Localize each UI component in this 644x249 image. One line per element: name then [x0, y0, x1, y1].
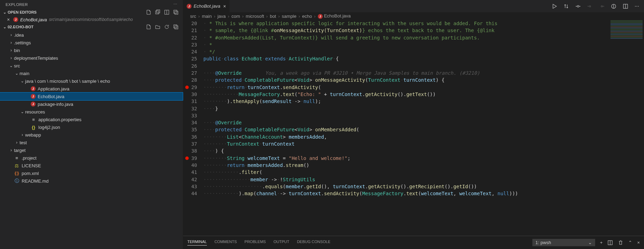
run-icon[interactable] [552, 3, 557, 9]
close-panel-icon[interactable]: × [637, 240, 640, 245]
java-icon: J [187, 4, 192, 9]
new-file-icon[interactable] [146, 24, 151, 30]
tree-item-label: application.properties [38, 117, 82, 122]
chevron-icon: ⌄ [14, 71, 20, 76]
json-icon: {} [31, 124, 36, 130]
new-file-icon[interactable] [146, 9, 151, 15]
breadcrumb-segment[interactable]: echo [302, 14, 312, 19]
chevron-icon: › [20, 132, 25, 137]
prev-change-icon[interactable] [587, 3, 593, 9]
line-gutter[interactable]: 2021222324252627282930313233343536373839… [183, 20, 203, 236]
explorer-more-icon[interactable]: ⋯ [173, 2, 178, 7]
breadcrumb-segment[interactable]: java [217, 14, 226, 19]
breakpoint-icon[interactable] [185, 86, 189, 89]
maximize-panel-icon[interactable]: ⌃ [628, 240, 632, 245]
trash-icon[interactable] [618, 240, 623, 246]
open-editors-header[interactable]: ⌄ OPEN EDITORS [0, 9, 183, 16]
panel-tab-comments[interactable]: COMMENTS [215, 240, 237, 246]
java-icon: J [318, 14, 323, 19]
tab-label: EchoBot.java [194, 3, 220, 9]
chevron-icon: › [8, 48, 14, 53]
minimap[interactable] [609, 20, 644, 72]
tree-file[interactable]: JApplication.java [0, 85, 183, 93]
properties-icon: ≡ [14, 155, 20, 161]
breadcrumb-segment[interactable]: bot [270, 14, 276, 19]
tree-item-label: test [20, 140, 27, 145]
tree-file[interactable]: ⚖LICENSE [0, 162, 183, 169]
close-icon[interactable]: × [7, 17, 13, 22]
breadcrumb-segment[interactable]: main [202, 14, 212, 19]
breadcrumb-segment[interactable]: sample [282, 14, 297, 19]
tree-folder[interactable]: ›deploymentTemplates [0, 54, 183, 62]
properties-icon: ≡ [31, 117, 36, 122]
tree-item-label: log4j2.json [38, 125, 60, 130]
tab-echobot[interactable]: J EchoBot.java × [183, 0, 230, 12]
breadcrumb-segment[interactable]: com [231, 14, 240, 19]
explorer-title: EXPLORER [6, 2, 28, 7]
next-change-icon[interactable] [599, 3, 605, 9]
close-all-icon[interactable] [173, 9, 179, 15]
split-editor-icon[interactable] [623, 3, 628, 9]
breadcrumb-segment[interactable]: microsoft [246, 14, 264, 19]
svg-rect-6 [174, 25, 177, 28]
code-content[interactable]: · * This is where application specific l… [203, 20, 644, 236]
svg-point-8 [577, 5, 579, 7]
tree-folder[interactable]: ⌄main [0, 69, 183, 77]
tree-file[interactable]: JEchoBot.java [0, 93, 183, 100]
open-editor-item[interactable]: × J EchoBot.java src\main\java\com\micro… [0, 16, 183, 23]
breadcrumb-segment[interactable]: JEchoBot.java [318, 13, 351, 19]
chevron-right-icon: › [278, 14, 279, 19]
chevron-icon: ⌄ [20, 109, 25, 114]
svg-point-11 [589, 6, 591, 7]
tree-folder[interactable]: ⌄src [0, 62, 183, 69]
breadcrumb[interactable]: src›main›java›com›microsoft›bot›sample›e… [183, 12, 644, 20]
tree-item-label: src [14, 63, 20, 68]
tree-item-label: target [14, 148, 25, 153]
git-commit-icon[interactable] [575, 3, 581, 9]
collapse-all-icon[interactable] [173, 24, 179, 30]
more-actions-icon[interactable]: ⋯ [635, 3, 639, 9]
new-terminal-icon[interactable]: + [600, 240, 603, 245]
panel-tab-problems[interactable]: PROBLEMS [245, 240, 266, 246]
diff-icon[interactable] [611, 3, 616, 9]
tree-folder[interactable]: ›bin [0, 46, 183, 54]
close-icon[interactable]: × [223, 3, 226, 9]
license-icon: ⚖ [14, 163, 20, 168]
new-folder-icon[interactable] [155, 24, 160, 30]
workspace-header[interactable]: ⌄ 02.ECHO-BOT [0, 23, 183, 30]
tree-folder[interactable]: ›.idea [0, 31, 183, 39]
tree-file[interactable]: ⟪⟫pom.xml [0, 169, 183, 177]
split-terminal-icon[interactable] [607, 240, 613, 246]
tree-item-label: pom.xml [22, 171, 39, 176]
tree-item-label: LICENSE [22, 163, 41, 168]
terminal-select[interactable]: 1: pwsh ⌄ [532, 239, 595, 246]
chevron-right-icon: › [299, 14, 300, 19]
tree-folder[interactable]: ›webapp [0, 131, 183, 139]
tree-folder[interactable]: ›target [0, 146, 183, 154]
breakpoint-icon[interactable] [185, 156, 189, 160]
toggle-layout-icon[interactable] [164, 9, 170, 15]
panel-tab-debug-console[interactable]: DEBUG CONSOLE [297, 240, 330, 246]
tree-item-label: .project [22, 155, 37, 161]
chevron-right-icon: › [266, 14, 268, 19]
tab-bar: J EchoBot.java × ⋯ [183, 0, 644, 12]
tree-file[interactable]: ≡application.properties [0, 116, 183, 123]
panel-tab-output[interactable]: OUTPUT [274, 240, 289, 246]
svg-rect-5 [175, 11, 178, 14]
panel-tab-terminal[interactable]: TERMINAL [187, 240, 207, 246]
tree-folder[interactable]: ›.settings [0, 39, 183, 46]
breadcrumb-segment[interactable]: src [190, 14, 196, 19]
tree-file[interactable]: ≡.project [0, 154, 183, 162]
tree-file[interactable]: ⓘREADME.md [0, 177, 183, 185]
tree-folder[interactable]: ⌄java \ com \ microsoft \ bot \ sample \… [0, 77, 183, 85]
compare-icon[interactable] [563, 3, 569, 9]
xml-icon: ⟪⟫ [14, 170, 20, 176]
tree-file[interactable]: {}log4j2.json [0, 123, 183, 131]
tree-folder[interactable]: ⌄resources [0, 108, 183, 116]
tree-folder[interactable]: ›test [0, 139, 183, 146]
workspace-label: 02.ECHO-BOT [8, 25, 146, 29]
save-all-icon[interactable] [155, 9, 160, 15]
tree-file[interactable]: Jpackage-info.java [0, 100, 183, 108]
refresh-icon[interactable] [164, 24, 170, 30]
open-editors-label: OPEN EDITORS [8, 10, 146, 14]
